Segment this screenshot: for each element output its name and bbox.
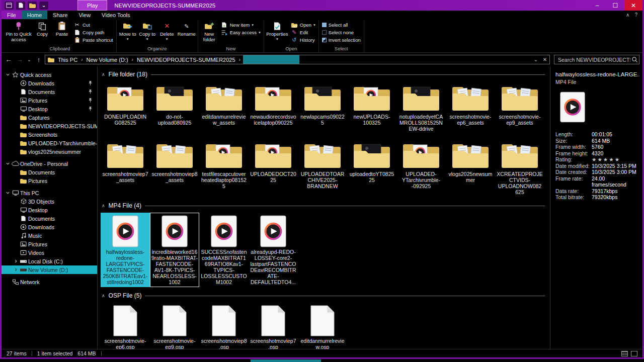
folder-tile[interactable]: testfilescapcutoverheatedlaptop081525 (199, 139, 249, 197)
folder-tile[interactable]: vlogs2025newsummer (446, 139, 495, 197)
file-tile[interactable]: SUCCESSnofastencodeMAXBITRAT169RATIO8Kav… (199, 213, 249, 287)
expander-down-icon[interactable] (5, 191, 11, 195)
sidebar-item-local-disk-c[interactable]: Local Disk (C:) (2, 257, 97, 265)
folder-tile[interactable]: screenshotmoviep7_assets (101, 139, 150, 197)
up-button[interactable]: ↑ (34, 56, 44, 63)
tab-video-tools[interactable]: Video Tools (96, 11, 135, 19)
paste-button[interactable]: Paste (52, 20, 71, 46)
collapse-group-icon[interactable]: ∧ (102, 72, 105, 77)
sidebar-item-screenshots[interactable]: Screenshots (2, 130, 97, 139)
folder-tile[interactable]: screenshotmovie-ep6_assets (446, 81, 495, 134)
tab-share[interactable]: Share (47, 11, 73, 19)
history-button[interactable]: ↺ History (289, 36, 317, 44)
sidebar-item-documents[interactable]: Documents (2, 168, 97, 176)
contextual-tab-play[interactable]: Play (77, 0, 107, 11)
folder-tile[interactable]: screenshotmovie-ep9_assets (495, 81, 544, 134)
sidebar-item-uploaded-ytarchivrumble-092925[interactable]: UPLOADED-YTarchivrumble--092925 (2, 139, 97, 147)
file-tile[interactable]: screenshotmoviep8.osp (199, 303, 249, 349)
sidebar-item-new-volume-d[interactable]: New Volume (D:) (2, 265, 97, 274)
folder-tile[interactable]: screenshotmoviep8_assets (150, 139, 199, 197)
copy-button[interactable]: Copy (33, 20, 52, 46)
invert-selection-button[interactable]: Invert selection (320, 36, 362, 44)
easy-access-button[interactable]: Easy access ▾ (219, 29, 262, 36)
close-button[interactable]: ✕ (624, 0, 642, 11)
breadcrumb-separator-icon[interactable]: › (129, 57, 136, 62)
folder-tile[interactable]: newUPLOADS-100325 (347, 81, 396, 134)
sidebar-item-onedrive-personal[interactable]: OneDrive - Personal (2, 159, 97, 168)
breadcrumb-separator-icon[interactable]: › (78, 57, 85, 62)
breadcrumb-item[interactable]: This PC (57, 57, 78, 63)
open-button[interactable]: Open ▾ (289, 21, 317, 29)
address-dropdown-icon[interactable]: ⌄ (531, 57, 540, 62)
pin-to-quick-access-button[interactable]: Pin to Quick access (5, 20, 32, 46)
breadcrumb-item[interactable]: New Volume (D:) (85, 57, 129, 63)
back-button[interactable]: ← (4, 56, 14, 63)
sidebar-item-desktop[interactable]: Desktop (2, 206, 97, 214)
sidebar-item-3d-objects[interactable]: 3D Objects (2, 197, 97, 206)
view-thumbnails-button[interactable] (631, 351, 637, 356)
sidebar-item-videos[interactable]: Videos (2, 248, 97, 257)
tab-home[interactable]: Home (22, 11, 47, 19)
move-to-button[interactable]: Move to ▾ (118, 20, 137, 46)
expander-down-icon[interactable] (5, 161, 11, 166)
sidebar-item-pictures[interactable]: Pictures (2, 96, 97, 105)
minimize-button[interactable]: – (588, 0, 606, 11)
folder-tile[interactable]: UPLOADED-YTarchivrumble--092925 (396, 139, 446, 197)
collapse-ribbon-icon[interactable]: ∧ (626, 12, 629, 18)
delete-button[interactable]: ✕ Delete ▾ (157, 20, 177, 46)
file-tile[interactable]: editdanmurrelreview.osp (298, 303, 347, 349)
select-all-button[interactable]: Select all (320, 21, 362, 29)
sidebar-item-captures[interactable]: Captures (2, 113, 97, 122)
properties-button[interactable]: Properties ▾ (266, 20, 289, 46)
rename-button[interactable]: ✎ Rename (177, 20, 196, 46)
stop-refresh-icon[interactable]: ✕ (540, 57, 549, 62)
qat-customize-button[interactable]: ⌄ (39, 2, 48, 10)
expander-right-icon[interactable] (13, 267, 19, 272)
sidebar-item-pictures[interactable]: Pictures (2, 176, 97, 185)
tab-view[interactable]: View (73, 11, 96, 19)
paste-shortcut-button[interactable]: Paste shortcut (72, 36, 115, 44)
sidebar-item-desktop[interactable]: Desktop (2, 105, 97, 113)
sidebar-item-newvideoprojects-summer2025[interactable]: NEWVIDEOPROJECTS-SUMMER2025 (2, 122, 97, 130)
collapse-group-icon[interactable]: ∧ (102, 203, 105, 208)
expander-right-icon[interactable] (13, 259, 19, 263)
sidebar-item-network[interactable]: Network (2, 278, 97, 286)
search-box[interactable] (554, 55, 639, 64)
file-tile[interactable]: screenshotmovie-ep6.osp (101, 303, 150, 349)
folder-tile[interactable]: notuploadedyetCAMROLLS081525NEW-ddrive (396, 81, 446, 134)
sidebar-item-vlogs2025newsummer[interactable]: vlogs2025newsummer (2, 147, 97, 156)
new-item-button[interactable]: New item ▾ (219, 21, 262, 29)
file-tile[interactable]: screenshotmoviep7.osp (249, 303, 298, 349)
address-bar[interactable]: This PC›New Volume (D:)›NEWVIDEOPROJECTS… (45, 55, 550, 64)
expander-down-icon[interactable] (5, 72, 11, 77)
recent-locations-button[interactable]: ⌄ (26, 57, 33, 62)
sidebar-item-downloads[interactable]: Downloads (2, 79, 97, 87)
select-none-button[interactable]: Select none (320, 29, 362, 36)
folder-tile[interactable]: UPLOADEDTOARCHIVE2025-BRANDNEW (298, 139, 347, 197)
qat-new-folder-button[interactable] (28, 2, 37, 10)
file-tile[interactable]: incredibleworked169ratio-MAXBITRAT-FASTE… (150, 213, 199, 287)
maximize-button[interactable]: ☐ (606, 0, 624, 11)
file-tile[interactable]: alreadyupd-REDO-LOSSEY-core2-lastpartFAS… (249, 213, 298, 287)
new-folder-button[interactable]: New folder (200, 20, 219, 46)
qat-properties-button[interactable] (16, 2, 25, 10)
cut-button[interactable]: ✂ Cut (72, 21, 115, 29)
copy-path-button[interactable]: Copy path (72, 29, 115, 36)
file-tile[interactable]: halfwaylossless-redone-LARGETVPICS-FASTE… (101, 213, 150, 287)
taskbar-chip[interactable] (251, 359, 321, 362)
folder-tile[interactable]: XCREATEDPROJECTVIDS-UPLOADNOW082625 (495, 139, 544, 197)
folder-tile[interactable]: do-not-upload080925 (150, 81, 199, 134)
sidebar-item-downloads[interactable]: Downloads (2, 223, 97, 231)
edit-button[interactable]: ✎ Edit (289, 29, 317, 36)
folder-tile[interactable]: editdanmurrelreview_assets (199, 81, 249, 134)
copy-to-button[interactable]: Copy to ▾ (138, 20, 157, 46)
help-icon[interactable]: ? (634, 12, 637, 18)
sidebar-item-documents[interactable]: Documents (2, 87, 97, 96)
view-list-button[interactable] (621, 351, 628, 356)
folder-tile[interactable]: newlapcams090225 (298, 81, 347, 134)
sidebar-item-music[interactable]: Music (2, 231, 97, 240)
breadcrumb-separator-icon[interactable]: › (236, 57, 243, 62)
sidebar-item-documents[interactable]: Documents (2, 214, 97, 223)
collapse-group-icon[interactable]: ∧ (102, 293, 105, 298)
file-tile[interactable]: screenshotmovie-ep9.osp (150, 303, 199, 349)
